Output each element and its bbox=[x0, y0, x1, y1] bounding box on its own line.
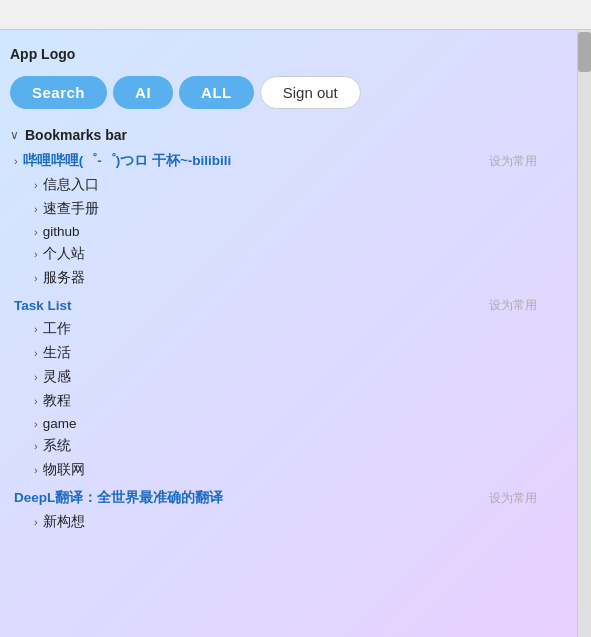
chevron-right-icon: › bbox=[34, 226, 38, 238]
set-default-bilibili[interactable]: 设为常用 bbox=[489, 153, 537, 170]
item-label: 灵感 bbox=[43, 368, 71, 386]
group-tasklist-name: Task List bbox=[14, 298, 72, 313]
list-item[interactable]: › 速查手册 bbox=[30, 197, 557, 221]
item-label: game bbox=[43, 416, 77, 431]
list-item[interactable]: › 个人站 bbox=[30, 242, 557, 266]
scrollbar-thumb[interactable] bbox=[578, 32, 591, 72]
app-logo: App Logo bbox=[10, 40, 557, 66]
group-tasklist-toggle[interactable]: Task List bbox=[14, 298, 72, 313]
set-default-tasklist[interactable]: 设为常用 bbox=[489, 297, 537, 314]
bookmarks-section-header[interactable]: ∨ Bookmarks bar bbox=[10, 127, 557, 143]
chevron-right-icon: › bbox=[34, 440, 38, 452]
group-tasklist-header: Task List 设为常用 bbox=[10, 294, 557, 317]
scrollbar[interactable] bbox=[577, 30, 591, 637]
list-item[interactable]: › 信息入口 bbox=[30, 173, 557, 197]
toolbar: Search AI ALL Sign out bbox=[10, 76, 557, 109]
item-label: 新构想 bbox=[43, 513, 85, 531]
item-label: 教程 bbox=[43, 392, 71, 410]
item-label: 个人站 bbox=[43, 245, 85, 263]
list-item[interactable]: › github bbox=[30, 221, 557, 242]
item-label: 信息入口 bbox=[43, 176, 99, 194]
item-label: 工作 bbox=[43, 320, 71, 338]
item-label: 生活 bbox=[43, 344, 71, 362]
chevron-right-icon: › bbox=[34, 516, 38, 528]
set-default-deepl[interactable]: 设为常用 bbox=[489, 490, 537, 507]
group-deepl-children: › 新构想 bbox=[10, 510, 557, 534]
item-label: 速查手册 bbox=[43, 200, 99, 218]
list-item[interactable]: › 生活 bbox=[30, 341, 557, 365]
group-tasklist: Task List 设为常用 › 工作 › 生活 › 灵感 › bbox=[10, 294, 557, 482]
group-bilibili-children: › 信息入口 › 速查手册 › github › 个人站 › 服务器 bbox=[10, 173, 557, 290]
group-deepl: DeepL翻译：全世界最准确的翻译 设为常用 › 新构想 bbox=[10, 486, 557, 534]
group-deepl-name: DeepL翻译：全世界最准确的翻译 bbox=[14, 489, 223, 507]
group-bilibili: › 哔哩哔哩(゜-゜)つロ 干杯~-bilibili 设为常用 › 信息入口 ›… bbox=[10, 149, 557, 290]
group-deepl-header: DeepL翻译：全世界最准确的翻译 设为常用 bbox=[10, 486, 557, 510]
chevron-right-icon: › bbox=[34, 323, 38, 335]
bookmarks-area: ∨ Bookmarks bar › 哔哩哔哩(゜-゜)つロ 干杯~-bilibi… bbox=[10, 127, 557, 534]
group-bilibili-toggle[interactable]: › 哔哩哔哩(゜-゜)つロ 干杯~-bilibili bbox=[14, 152, 231, 170]
list-item[interactable]: › 教程 bbox=[30, 389, 557, 413]
chevron-right-icon: › bbox=[34, 395, 38, 407]
chevron-right-icon: › bbox=[34, 418, 38, 430]
list-item[interactable]: › 物联网 bbox=[30, 458, 557, 482]
ai-button[interactable]: AI bbox=[113, 76, 173, 109]
group-bilibili-name: 哔哩哔哩(゜-゜)つロ 干杯~-bilibili bbox=[23, 152, 232, 170]
main-content: App Logo Search AI ALL Sign out ∨ Bookma… bbox=[0, 30, 577, 548]
item-label: 服务器 bbox=[43, 269, 85, 287]
group-deepl-toggle[interactable]: DeepL翻译：全世界最准确的翻译 bbox=[14, 489, 223, 507]
chevron-right-icon: › bbox=[34, 371, 38, 383]
browser-bar bbox=[0, 0, 591, 30]
list-item[interactable]: › 系统 bbox=[30, 434, 557, 458]
item-label: 系统 bbox=[43, 437, 71, 455]
chevron-right-icon: › bbox=[14, 155, 18, 167]
list-item[interactable]: › 服务器 bbox=[30, 266, 557, 290]
signout-button[interactable]: Sign out bbox=[260, 76, 361, 109]
bookmarks-section-title: Bookmarks bar bbox=[25, 127, 127, 143]
chevron-right-icon: › bbox=[34, 272, 38, 284]
item-label: github bbox=[43, 224, 80, 239]
chevron-right-icon: › bbox=[34, 248, 38, 260]
list-item[interactable]: › game bbox=[30, 413, 557, 434]
list-item[interactable]: › 灵感 bbox=[30, 365, 557, 389]
list-item[interactable]: › 新构想 bbox=[30, 510, 557, 534]
group-tasklist-children: › 工作 › 生活 › 灵感 › 教程 › game bbox=[10, 317, 557, 482]
chevron-down-icon: ∨ bbox=[10, 128, 19, 142]
chevron-right-icon: › bbox=[34, 347, 38, 359]
item-label: 物联网 bbox=[43, 461, 85, 479]
group-bilibili-header: › 哔哩哔哩(゜-゜)つロ 干杯~-bilibili 设为常用 bbox=[10, 149, 557, 173]
chevron-right-icon: › bbox=[34, 179, 38, 191]
all-button[interactable]: ALL bbox=[179, 76, 254, 109]
chevron-right-icon: › bbox=[34, 203, 38, 215]
search-button[interactable]: Search bbox=[10, 76, 107, 109]
list-item[interactable]: › 工作 bbox=[30, 317, 557, 341]
chevron-right-icon: › bbox=[34, 464, 38, 476]
